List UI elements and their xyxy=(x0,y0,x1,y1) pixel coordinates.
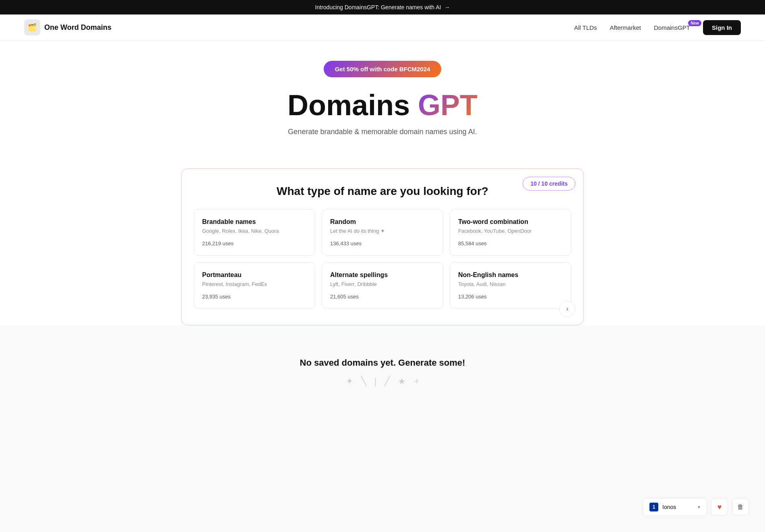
name-type-section: 10 / 10 credits What type of name are yo… xyxy=(181,168,584,325)
name-type-card-portmanteau[interactable]: Portmanteau Pinterest, Instagram, FedEx … xyxy=(194,262,315,309)
bottom-bar: 1 Ionos ▾ ♥ 🗑 xyxy=(643,498,749,516)
hero-title-gpt: GPT xyxy=(418,89,478,121)
name-type-card-random[interactable]: Random Let the AI do its thing ✦ 136,433… xyxy=(322,209,443,256)
name-type-title: What type of name are you looking for? xyxy=(194,185,571,198)
card-examples-random: Let the AI do its thing ✦ xyxy=(330,228,435,234)
card-examples-non-english: Toyota, Audi, Nissan xyxy=(458,281,563,287)
next-button[interactable]: › xyxy=(559,301,575,317)
card-uses-alternate: 21,605 uses xyxy=(330,294,435,300)
nav-link-aftermarket[interactable]: Aftermarket xyxy=(610,24,641,31)
card-title-non-english: Non-English names xyxy=(458,271,563,279)
hero-section: Get 50% off with code BFCM2024 Domains G… xyxy=(0,41,765,156)
promo-button[interactable]: Get 50% off with code BFCM2024 xyxy=(324,61,442,77)
top-banner[interactable]: Introducing DomainsGPT: Generate names w… xyxy=(0,0,765,14)
card-examples-brandable: Google, Rolex, Ikea, Nike, Quora xyxy=(202,228,307,234)
doodle-5: ★ xyxy=(398,376,406,387)
name-type-card-alternate[interactable]: Alternate spellings Lyft, Fiverr, Dribbb… xyxy=(322,262,443,309)
name-type-card-brandable[interactable]: Brandable names Google, Rolex, Ikea, Nik… xyxy=(194,209,315,256)
hero-title: Domains GPT xyxy=(8,89,757,121)
new-badge: New xyxy=(688,20,701,26)
hero-subtitle: Generate brandable & memorable domain na… xyxy=(8,128,757,136)
doodle-4: ╱ xyxy=(385,376,390,387)
favorite-button[interactable]: ♥ xyxy=(711,499,728,515)
banner-arrow: → xyxy=(444,4,450,10)
saved-section: No saved domains yet. Generate some! ✦ ╲… xyxy=(0,333,765,395)
heart-icon: ♥ xyxy=(717,503,722,511)
card-title-alternate: Alternate spellings xyxy=(330,271,435,279)
card-examples-two-word: Facebook, YouTube, OpenDoor xyxy=(458,228,563,234)
registrar-name: Ionos xyxy=(662,504,676,510)
page-content: 10 / 10 credits What type of name are yo… xyxy=(0,156,765,398)
registrar-logo-icon: 1 xyxy=(649,503,658,511)
nav-link-all-tlds[interactable]: All TLDs xyxy=(574,24,597,31)
doodle-area: ✦ ╲ | ╱ ★ + xyxy=(8,376,757,387)
name-type-card-two-word[interactable]: Two-word combination Facebook, YouTube, … xyxy=(450,209,571,256)
hero-title-domains: Domains xyxy=(287,89,418,121)
doodle-2: ╲ xyxy=(361,376,366,387)
card-uses-non-english: 13,206 uses xyxy=(458,294,563,300)
card-uses-two-word: 85,584 uses xyxy=(458,240,563,246)
card-title-portmanteau: Portmanteau xyxy=(202,271,307,279)
card-examples-alternate: Lyft, Fiverr, Dribbble xyxy=(330,281,435,287)
chevron-down-icon: ▾ xyxy=(698,504,700,510)
nav-link-domainsgpt[interactable]: DomainsGPT New xyxy=(654,24,690,31)
doodle-3: | xyxy=(374,376,377,387)
logo-text: One Word Domains xyxy=(44,23,112,32)
logo-icon: 🗂️ xyxy=(24,19,40,35)
card-title-random: Random xyxy=(330,218,435,226)
banner-text: Introducing DomainsGPT: Generate names w… xyxy=(315,4,441,10)
doodle-6: + xyxy=(414,376,419,387)
card-title-brandable: Brandable names xyxy=(202,218,307,226)
logo-link[interactable]: 🗂️ One Word Domains xyxy=(24,19,112,35)
card-uses-brandable: 216,219 uses xyxy=(202,240,307,246)
navbar: 🗂️ One Word Domains All TLDs Aftermarket… xyxy=(0,14,765,41)
registrar-dropdown[interactable]: 1 Ionos ▾ xyxy=(643,498,707,516)
delete-button[interactable]: 🗑 xyxy=(732,499,749,515)
card-examples-portmanteau: Pinterest, Instagram, FedEx xyxy=(202,281,307,287)
credits-badge[interactable]: 10 / 10 credits xyxy=(523,177,575,190)
card-uses-portmanteau: 23,935 uses xyxy=(202,294,307,300)
trash-icon: 🗑 xyxy=(737,503,744,511)
nav-links: All TLDs Aftermarket DomainsGPT New Sign… xyxy=(574,20,741,35)
name-type-grid: Brandable names Google, Rolex, Ikea, Nik… xyxy=(194,209,571,309)
card-uses-random: 136,433 uses xyxy=(330,240,435,246)
doodle-1: ✦ xyxy=(346,376,353,387)
card-title-two-word: Two-word combination xyxy=(458,218,563,226)
saved-title: No saved domains yet. Generate some! xyxy=(8,358,757,368)
sign-in-button[interactable]: Sign In xyxy=(703,20,741,35)
name-type-card-non-english[interactable]: Non-English names Toyota, Audi, Nissan 1… xyxy=(450,262,571,309)
